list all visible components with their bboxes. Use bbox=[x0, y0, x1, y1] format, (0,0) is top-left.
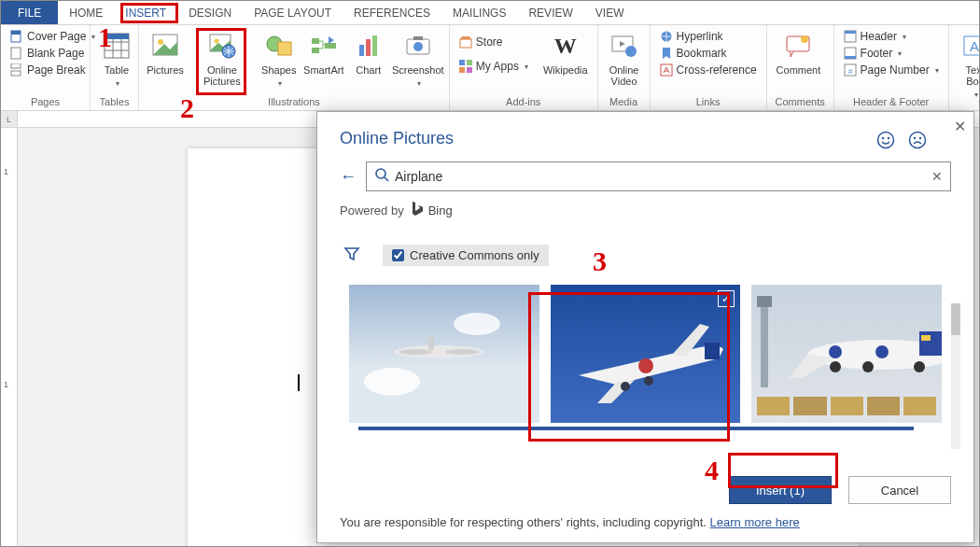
svg-rect-36 bbox=[661, 64, 672, 76]
result-thumb-3[interactable] bbox=[751, 285, 942, 423]
svg-rect-69 bbox=[921, 335, 931, 341]
bookmark-icon bbox=[660, 47, 673, 60]
feedback-happy-icon[interactable] bbox=[876, 131, 895, 153]
online-video-button[interactable]: Online Video bbox=[604, 29, 645, 87]
bookmark-button[interactable]: Bookmark bbox=[656, 46, 761, 61]
svg-rect-10 bbox=[105, 34, 129, 39]
result-thumb-1[interactable] bbox=[349, 285, 539, 423]
svg-point-55 bbox=[914, 137, 916, 139]
crossref-icon bbox=[660, 63, 673, 77]
smartart-label: SmartArt bbox=[303, 64, 343, 76]
wikipedia-button[interactable]: W Wikipedia bbox=[539, 29, 592, 76]
svg-rect-63 bbox=[705, 343, 720, 359]
tab-review[interactable]: REVIEW bbox=[517, 1, 583, 24]
results-scrollbar[interactable] bbox=[951, 303, 960, 449]
tab-mailings[interactable]: MAILINGS bbox=[441, 1, 517, 24]
cover-page-button[interactable]: Cover Page bbox=[7, 29, 99, 44]
svg-rect-19 bbox=[312, 48, 319, 53]
svg-rect-30 bbox=[459, 67, 465, 73]
online-video-label: Online Video bbox=[608, 64, 641, 87]
svg-point-74 bbox=[875, 345, 889, 358]
cc-only-label: Creative Commons only bbox=[410, 248, 539, 262]
pictures-icon bbox=[150, 31, 180, 61]
store-button[interactable]: Store bbox=[455, 35, 532, 49]
svg-point-52 bbox=[882, 137, 884, 139]
chart-label: Chart bbox=[356, 64, 381, 76]
shapes-button[interactable]: Shapes bbox=[259, 29, 300, 88]
textbox-label: Text Box bbox=[959, 64, 980, 87]
clear-search-icon[interactable]: ✕ bbox=[931, 169, 943, 184]
cancel-button[interactable]: Cancel bbox=[848, 476, 951, 504]
cc-only-toggle[interactable]: Creative Commons only bbox=[383, 245, 549, 266]
cc-only-checkbox[interactable] bbox=[392, 249, 404, 261]
learn-more-link[interactable]: Learn more here bbox=[710, 515, 800, 529]
comment-label: Comment bbox=[777, 64, 821, 76]
tab-file[interactable]: FILE bbox=[1, 1, 58, 24]
svg-rect-22 bbox=[366, 39, 371, 56]
svg-rect-27 bbox=[460, 39, 471, 48]
close-icon[interactable]: ✕ bbox=[954, 118, 966, 135]
results-grid: ✓ bbox=[349, 285, 942, 423]
svg-point-62 bbox=[445, 349, 479, 355]
copyright-disclaimer: You are responsible for respecting other… bbox=[340, 515, 951, 529]
smartart-button[interactable]: SmartArt bbox=[303, 29, 344, 76]
page-break-button[interactable]: Page Break bbox=[7, 63, 99, 77]
comment-icon bbox=[783, 31, 813, 61]
blank-page-button[interactable]: Blank Page bbox=[7, 46, 99, 61]
search-input[interactable] bbox=[395, 169, 926, 184]
svg-point-73 bbox=[829, 345, 842, 358]
vertical-ruler[interactable]: 1 1 bbox=[1, 128, 18, 546]
feedback-sad-icon[interactable] bbox=[908, 131, 927, 153]
textbox-button[interactable]: A Text Box bbox=[955, 29, 980, 99]
back-icon[interactable]: ← bbox=[340, 167, 357, 187]
group-links-label: Links bbox=[651, 96, 766, 110]
pictures-label: Pictures bbox=[147, 64, 184, 76]
svg-rect-26 bbox=[413, 36, 423, 40]
myapps-icon bbox=[459, 60, 472, 73]
screenshot-button[interactable]: Screenshot bbox=[393, 29, 443, 88]
header-button[interactable]: Header bbox=[840, 29, 943, 44]
search-icon bbox=[374, 167, 389, 186]
filter-icon[interactable] bbox=[343, 245, 360, 266]
svg-point-56 bbox=[919, 137, 921, 139]
cover-page-label: Cover Page bbox=[27, 30, 86, 43]
svg-rect-42 bbox=[845, 56, 856, 59]
ruler-corner: L bbox=[1, 111, 18, 128]
svg-rect-40 bbox=[845, 31, 856, 34]
crossref-button[interactable]: Cross-reference bbox=[656, 63, 761, 77]
online-pictures-icon bbox=[207, 31, 237, 61]
footer-button[interactable]: Footer bbox=[840, 46, 943, 61]
tab-page-layout[interactable]: PAGE LAYOUT bbox=[243, 1, 343, 24]
insert-button[interactable]: Insert (1) bbox=[729, 476, 832, 504]
svg-rect-60 bbox=[428, 337, 434, 350]
wikipedia-label: Wikipedia bbox=[543, 64, 588, 76]
search-box[interactable]: ✕ bbox=[366, 161, 951, 191]
table-button[interactable]: Table bbox=[96, 29, 137, 88]
svg-line-58 bbox=[385, 177, 388, 181]
tab-view[interactable]: VIEW bbox=[584, 1, 636, 24]
svg-point-38 bbox=[801, 35, 808, 43]
blank-page-label: Blank Page bbox=[27, 47, 84, 60]
hyperlink-button[interactable]: Hyperlink bbox=[656, 29, 761, 44]
online-pictures-button[interactable]: Online Pictures bbox=[189, 29, 255, 87]
svg-point-70 bbox=[830, 361, 841, 372]
result-thumb-2[interactable]: ✓ bbox=[551, 285, 741, 423]
svg-point-61 bbox=[399, 349, 432, 355]
group-illustrations-label: Illustrations bbox=[139, 96, 449, 110]
tab-design[interactable]: DESIGN bbox=[177, 1, 243, 24]
pagenum-button[interactable]: # Page Number bbox=[840, 63, 943, 77]
chart-button[interactable]: Chart bbox=[348, 29, 389, 76]
group-pages-label: Pages bbox=[1, 96, 90, 110]
pictures-button[interactable]: Pictures bbox=[145, 29, 186, 76]
pagenum-icon: # bbox=[844, 63, 857, 77]
screenshot-icon bbox=[403, 31, 433, 61]
comment-button[interactable]: Comment bbox=[773, 29, 825, 76]
svg-point-51 bbox=[878, 133, 894, 148]
svg-rect-17 bbox=[278, 42, 291, 55]
tab-insert[interactable]: INSERT bbox=[114, 1, 177, 24]
tab-references[interactable]: REFERENCES bbox=[343, 1, 441, 24]
screenshot-label: Screenshot bbox=[392, 64, 444, 76]
myapps-button[interactable]: My Apps bbox=[455, 59, 532, 74]
tab-home[interactable]: HOME bbox=[58, 1, 114, 24]
online-pictures-dialog: ✕ Online Pictures ← ✕ Powered by bbox=[316, 111, 974, 543]
